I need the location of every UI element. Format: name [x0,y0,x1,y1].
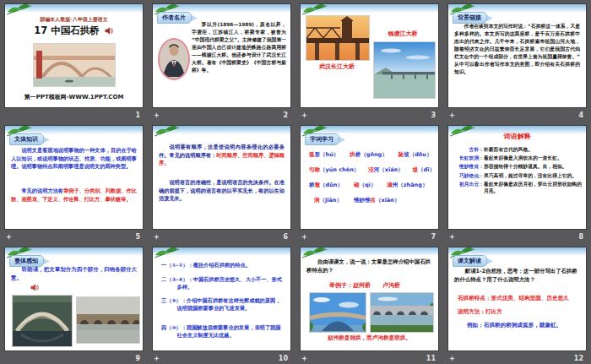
glossary-list: 古朴：朴素而有古代的风格。 长虹饮涧：看起来好像是入涧饮水的一道长虹。 惟妙惟肖… [453,146,582,197]
slide-sorter-grid: 部编本人教版·八年级上册语文 17 中国石拱桥 第一PPT模板网-WWW.1PP… [0,0,591,364]
transition-star-icon [6,234,12,240]
speaker-icon[interactable] [105,26,114,35]
method-point: 说明方法：打比方 [458,308,582,316]
slide-thumbnail-5[interactable]: 文体知识 说明文是客观地说明事物的一种文体，目的在于给人以知识，或说明事物的状态… [4,125,144,230]
stone-arch-bridge-photo [33,43,116,87]
slide-number: 10 [279,355,288,362]
conclusion-text: 赵州桥是独拱，而卢沟桥是联拱。 [301,334,438,342]
wuhan-bridge-photo [306,15,370,61]
slide-meta-strip: 5 [4,231,142,242]
word-item: 堤（dī） [413,166,435,174]
edition-label: 部编本人教版·八年级上册语文 [5,16,143,24]
slide-cell-3: 武汉长江大桥 钱塘江大桥 3 [296,0,443,122]
slide-number: 7 [431,233,436,241]
word-item: 匀称（yún chèn） [309,166,359,174]
outline-part-3: 三（⑨）：介绍中国石拱桥有这样光辉成就的原因，说明我国桥梁事业的飞速发展。 [161,296,285,312]
slide-meta-strip: 7 [300,231,437,242]
p2-lead: 常见的说明方法有 [21,187,63,193]
slide-thumbnail-9[interactable]: 整体感知 听朗读，把文章划分为四个部分，归纳各部分大意。 [4,247,144,351]
section-tab: 课文解读 [453,255,487,267]
word-item: 洨河（xiáo） [368,166,403,174]
transition-star-icon [154,112,160,118]
slide-thumbnail-3[interactable]: 武汉长江大桥 钱塘江大桥 [300,3,439,108]
section-tab-label: 课文解读 [458,258,481,264]
slide-meta-strip: 1 [4,109,142,121]
word-row-2: 匀称（yún chèn） 洨河（xiáo） 堤（dī） [309,166,435,174]
word-item: 陡坡（dǒu） [399,151,432,159]
wuhan-bridge-label: 武汉长江大桥 [306,62,368,71]
slide-number: 12 [574,355,583,362]
slide-meta-strip: 8 [447,231,585,242]
outline-part-2: 二（③-⑧）：中国石拱桥历史悠久、大小不一、形式多样。 [161,275,285,291]
leaf-decoration-icon [155,247,180,258]
slide-number: 1 [135,111,140,119]
slide-thumbnail-7[interactable]: 字词学习 弧形（hú） 拱桥（gǒng） 陡坡（dǒu） 匀称（yún chèn… [300,125,439,230]
leaf-decoration-icon [302,4,328,15]
slide-cell-12: 课文解读 默读1-2自然段，思考：这一部分写出了石拱桥的什么特点？用了什么说明方… [443,243,591,364]
section-tab: 作者名片 [157,12,192,24]
leaf-decoration-icon [302,247,328,258]
reading-question: 自由读课文，说一说：文章是怎样介绍中国石拱桥特点的？ [306,258,432,274]
word-item: 拱桥（gǒng） [350,151,387,159]
slide-cell-4: 背景链接 作者在谈到本文的写作时说：“石拱桥这一体系，又是多种多样的。本文所写的… [443,0,591,122]
section-tab-label: 作者名片 [162,14,186,21]
slide-thumbnail-2[interactable]: 作者名片 茅以升(1896—1989)，原名以昇，字唐臣，江苏镇江人，桥梁专家，… [152,3,291,108]
transition-star-icon [154,356,160,361]
language-paragraph: 说明语言的准确性，是说明语言的先决条件。在准确的前提下，说明的语言有的以平实见长… [159,178,285,203]
slide-thumbnail-1[interactable]: 部编本人教版·八年级上册语文 17 中国石拱桥 第一PPT模板网-WWW.1PP… [4,3,144,108]
slide-thumbnail-8[interactable]: 词语解释 古朴：朴素而有古代的风格。 长虹饮涧：看起来好像是入涧饮水的一道长虹。… [447,125,587,230]
transition-star-icon [449,112,455,118]
leaf-decoration-icon [7,4,32,15]
section-tab-label: 背景链接 [458,14,481,21]
slide-meta-strip: 6 [152,231,290,242]
outline-part-4: 四（⑩）：我国解放后桥梁事业的发展，表明了我国社会主义制度无比优越。 [161,323,285,340]
glossary-entry: 惟妙惟肖：形容描绘得十分精妙逼真。肖，相似。 [453,163,582,171]
slide-cell-8: 词语解释 古朴：朴素而有古代的风格。 长虹饮涧：看起来好像是入涧饮水的一道长虹。… [443,122,591,243]
transition-star-icon [449,234,455,240]
glossary-entry: 初月出云：看起来好像是农历月初，穿出云层形状如钩的月亮。 [453,181,582,195]
word-item: 漳州（zhāng） [387,182,427,189]
slide-cell-6: 说明要有顺序，这是使说明内容条理化的必要条件。常见的说明顺序有：时间顺序、空间顺… [148,122,296,243]
glossary-entry: 长虹饮涧：看起来好像是入涧饮水的一道长虹。 [453,155,582,162]
author-bio-text: 茅以升(1896—1989)，原名以昇，字唐臣，江苏镇江人，桥梁专家，被誉为“中… [192,21,286,74]
slide-meta-strip: 11 [300,352,437,364]
slide-meta-strip: 3 [300,109,437,121]
slide-number: 5 [135,233,140,241]
slide-thumbnail-4[interactable]: 背景链接 作者在谈到本文的写作时说：“石拱桥这一体系，又是多种多样的。本文所写的… [447,3,587,108]
qiantang-bridge-photo [373,41,436,99]
lugou-bridge-color-photo [370,292,434,333]
example-point: 例如：石拱桥的桥洞成弧形，就像虹。 [467,322,582,329]
slide-meta-strip: 4 [447,109,585,121]
slide-number: 3 [431,111,436,119]
reading-task: 默读1-2自然段，思考：这一部分写出了石拱桥的什么特点？用了什么说明方法？ [454,268,580,284]
slide-cell-10: 一（①-②）：概括介绍石拱桥的特点。 二（③-⑧）：中国石拱桥历史悠久、大小不一… [148,243,296,364]
lesson-title: 17 中国石拱桥 [34,24,100,37]
qiantang-bridge-label: 钱塘江大桥 [371,30,434,38]
transition-star-icon [301,112,307,118]
transition-star-icon [301,234,307,240]
transition-star-icon [154,234,160,240]
transition-star-icon [449,356,455,361]
slide-number: 8 [578,233,583,241]
slide-number: 9 [135,355,140,362]
task-text: 听朗读，把文章划分为四个部分，归纳各部分大意。 [11,266,137,283]
zhaozhou-bridge-photo [309,292,366,333]
example-bridges-label: 举例子：赵州桥 卢沟桥 [329,281,400,290]
genre-knowledge-p2: 常见的说明方法有举例子、分类别、列数据、作比较、画图表、下定义、作诠释、打比方、… [11,187,137,203]
section-tab-label: 整体感知 [14,258,38,264]
slide-meta-strip: 12 [447,352,585,364]
slide-cell-11: 自由读课文，说一说：文章是怎样介绍中国石拱桥特点的？ 举例子：赵州桥 卢沟桥 [296,243,443,364]
glossary-entry: 古朴：朴素而有古代的风格。 [453,146,582,154]
slide-cell-5: 文体知识 说明文是客观地说明事物的一种文体，目的在于给人以知识，或说明事物的状态… [0,122,148,243]
slide-thumbnail-11[interactable]: 自由读课文，说一说：文章是怎样介绍中国石拱桥特点的？ 举例子：赵州桥 卢沟桥 [300,247,439,351]
slide-meta-strip: 9 [4,352,142,364]
slide-thumbnail-6[interactable]: 说明要有顺序，这是使说明内容条理化的必要条件。常见的说明顺序有：时间顺序、空间顺… [152,125,291,230]
slide-meta-strip: 2 [152,109,290,121]
slide-thumbnail-10[interactable]: 一（①-②）：概括介绍石拱桥的特点。 二（③-⑧）：中国石拱桥历史悠久、大小不一… [152,247,291,351]
slide-thumbnail-12[interactable]: 课文解读 默读1-2自然段，思考：这一部分写出了石拱桥的什么特点？用了什么说明方… [447,247,587,351]
speaker-icon[interactable] [30,283,40,292]
word-item: 砌（qì） [354,182,376,189]
section-tab: 背景链接 [453,12,487,24]
jade-belt-bridge-photo [12,295,73,347]
lugou-bridge-photo [76,296,140,344]
